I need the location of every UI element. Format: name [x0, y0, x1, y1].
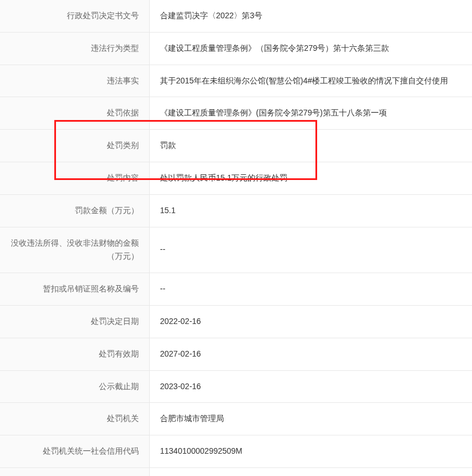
table-row: 行政处罚决定书文号合建监罚决字〈2022〉第3号	[0, 0, 472, 33]
row-value: 《建设工程质量管理条例》（国务院令第279号）第十六条第三款	[150, 33, 472, 65]
row-value: 合建监罚决字〈2022〉第3号	[150, 0, 472, 32]
row-value: 处以罚款人民币15.1万元的行政处罚	[150, 162, 472, 194]
row-label: 公示截止期	[0, 371, 150, 403]
table-row: 违法行为类型《建设工程质量管理条例》（国务院令第279号）第十六条第三款	[0, 33, 472, 65]
row-label: 数据来源单位	[0, 468, 150, 476]
row-value: 其于2015年在未组织海尔公馆(智慧公馆)4#楼工程竣工验收的情况下擅自交付使用	[150, 65, 472, 97]
row-value: 罚款	[150, 130, 472, 162]
table-row: 处罚机关统一社会信用代码11340100002992509M	[0, 435, 472, 468]
row-label: 处罚内容	[0, 162, 150, 194]
row-label: 处罚决定日期	[0, 306, 150, 338]
row-label: 处罚机关	[0, 403, 150, 435]
row-label: 违法行为类型	[0, 33, 150, 65]
table-row: 处罚决定日期2022-02-16	[0, 306, 472, 338]
detail-table: 行政处罚决定书文号合建监罚决字〈2022〉第3号违法行为类型《建设工程质量管理条…	[0, 0, 472, 476]
row-label: 暂扣或吊销证照名称及编号	[0, 273, 150, 305]
table-row: 处罚机关合肥市城市管理局	[0, 403, 472, 435]
table-row: 暂扣或吊销证照名称及编号--	[0, 273, 472, 306]
table-row: 处罚类别罚款	[0, 130, 472, 162]
row-label: 处罚依据	[0, 97, 150, 129]
row-label: 处罚类别	[0, 130, 150, 162]
table-row: 没收违法所得、没收非法财物的金额（万元）--	[0, 227, 472, 274]
table-row: 罚款金额（万元）15.1	[0, 195, 472, 227]
row-value: --	[150, 227, 472, 273]
row-label: 没收违法所得、没收非法财物的金额（万元）	[0, 227, 150, 273]
table-row: 处罚依据《建设工程质量管理条例》(国务院令第279号)第五十八条第一项	[0, 97, 472, 130]
row-value: 11340100002992509M	[150, 435, 472, 467]
row-value: --	[150, 273, 472, 305]
row-value: 《建设工程质量管理条例》(国务院令第279号)第五十八条第一项	[150, 97, 472, 129]
row-label: 违法事实	[0, 65, 150, 97]
row-value: 2022-02-16	[150, 306, 472, 338]
row-value: 合肥市城市管理局	[150, 403, 472, 435]
row-value: 15.1	[150, 195, 472, 227]
row-value: 2023-02-16	[150, 371, 472, 403]
row-label: 处罚有效期	[0, 338, 150, 370]
row-label: 行政处罚决定书文号	[0, 0, 150, 32]
row-label: 处罚机关统一社会信用代码	[0, 435, 150, 467]
row-label: 罚款金额（万元）	[0, 195, 150, 227]
table-row: 处罚有效期2027-02-16	[0, 338, 472, 371]
table-row: 违法事实其于2015年在未组织海尔公馆(智慧公馆)4#楼工程竣工验收的情况下擅自…	[0, 65, 472, 98]
row-value: 合肥市公用事业建设监察大队	[150, 468, 472, 476]
table-row: 公示截止期2023-02-16	[0, 371, 472, 403]
row-value: 2027-02-16	[150, 338, 472, 370]
table-row: 数据来源单位合肥市公用事业建设监察大队	[0, 468, 472, 476]
table-row: 处罚内容处以罚款人民币15.1万元的行政处罚	[0, 162, 472, 195]
